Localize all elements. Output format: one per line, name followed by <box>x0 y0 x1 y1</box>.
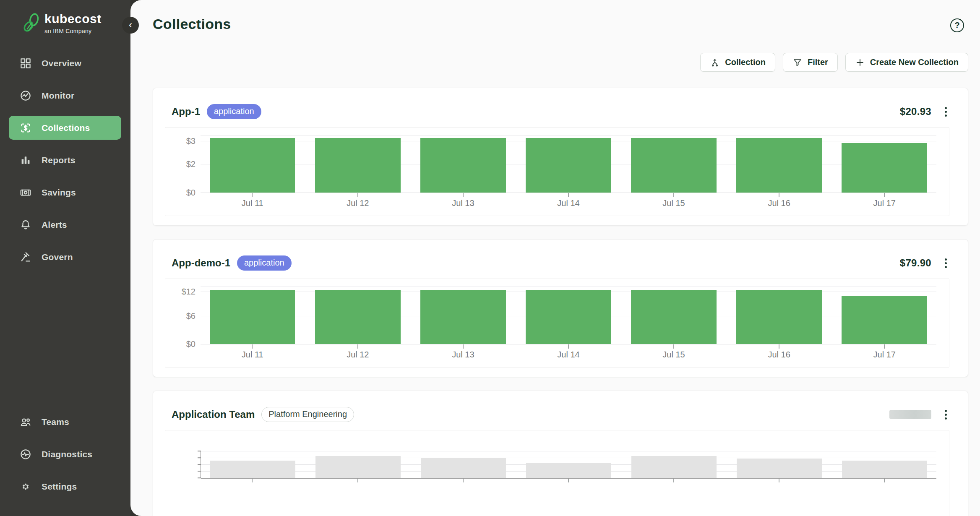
x-axis-tick <box>357 478 358 482</box>
y-axis-label: $0 <box>186 188 195 198</box>
bell-icon <box>19 218 32 232</box>
sidebar-item-overview[interactable]: Overview <box>9 51 121 75</box>
sidebar-item-alerts[interactable]: Alerts <box>9 213 121 237</box>
cost-bar <box>631 290 716 344</box>
sidebar: kubecost an IBM Company ‹ OverviewMonito… <box>0 0 130 516</box>
x-axis-label: Jul 11 <box>242 350 263 360</box>
cost-bar <box>315 290 400 344</box>
cost-bar <box>736 290 821 344</box>
skeleton-bar <box>315 456 401 478</box>
kubecost-logo-icon <box>22 13 41 34</box>
skeleton-bar <box>210 461 295 478</box>
y-axis-label: $2 <box>186 159 195 169</box>
sidebar-item-label: Reports <box>42 155 76 165</box>
sidebar-item-govern[interactable]: Govern <box>9 245 121 269</box>
button-label: Create New Collection <box>870 57 959 67</box>
plus-icon <box>855 57 865 68</box>
y-axis-tick <box>198 451 201 451</box>
x-axis-label: Jul 16 <box>768 350 790 360</box>
govern-icon <box>19 250 32 264</box>
page-header: Collections ? <box>153 16 968 32</box>
reports-icon <box>19 154 32 167</box>
logo: kubecost an IBM Company <box>0 12 130 34</box>
x-axis-tick <box>357 193 358 197</box>
gridline <box>201 344 936 344</box>
cost-bar <box>315 138 400 193</box>
collection-card-app-1: App-1application$20.93$3$2$0Jul 11Jul 12… <box>153 88 968 226</box>
x-axis-label: Jul 12 <box>347 350 369 360</box>
bars <box>201 451 936 478</box>
collection-card-application-team: Application TeamPlatform Engineering <box>153 391 968 516</box>
y-axis-label: $6 <box>186 311 195 321</box>
x-axis-tick <box>673 193 674 197</box>
cost-bar <box>526 290 611 344</box>
split-icon <box>710 57 720 68</box>
sidebar-item-monitor[interactable]: Monitor <box>9 83 121 107</box>
x-axis-tick <box>357 344 358 349</box>
collection-name[interactable]: App-1 <box>172 106 200 117</box>
filter-button[interactable]: Filter <box>783 53 838 72</box>
collection-total-cost: $79.90 <box>900 257 931 269</box>
cost-bar <box>420 290 506 344</box>
kebab-menu-icon[interactable] <box>942 257 949 270</box>
button-label: Filter <box>808 57 828 67</box>
bars <box>201 135 936 193</box>
sidebar-item-label: Alerts <box>42 220 67 230</box>
help-icon[interactable]: ? <box>950 18 964 32</box>
cost-bar <box>736 138 821 193</box>
sidebar-collapse-button[interactable]: ‹ <box>122 17 139 34</box>
x-axis-label: Jul 17 <box>873 198 896 208</box>
x-axis-label: Jul 11 <box>242 198 263 208</box>
x-axis-label: Jul 15 <box>662 198 685 208</box>
x-axis-tick <box>463 193 464 197</box>
sidebar-item-collections[interactable]: Collections <box>9 116 121 140</box>
y-axis-tick <box>198 464 201 465</box>
skeleton-bar <box>631 456 717 478</box>
loading-skeleton <box>889 410 931 419</box>
page-title: Collections <box>153 16 231 32</box>
sidebar-item-settings[interactable]: Settings <box>9 474 121 498</box>
x-axis-tick <box>252 478 253 482</box>
kebab-menu-icon[interactable] <box>942 105 949 118</box>
sidebar-item-teams[interactable]: Teams <box>9 410 121 434</box>
cost-bar <box>631 138 716 193</box>
x-axis-tick <box>673 344 674 349</box>
x-axis-tick <box>884 344 885 349</box>
monitor-icon <box>19 89 32 102</box>
cost-bar <box>420 138 506 193</box>
x-axis-tick <box>568 478 569 482</box>
filter-icon <box>792 57 803 68</box>
sidebar-item-label: Diagnostics <box>42 449 92 459</box>
collection-name[interactable]: Application Team <box>172 409 255 420</box>
x-axis-tick <box>673 478 674 482</box>
collection-button[interactable]: Collection <box>700 53 775 72</box>
sidebar-item-label: Govern <box>42 252 73 262</box>
sidebar-item-reports[interactable]: Reports <box>9 148 121 172</box>
collection-name[interactable]: App-demo-1 <box>172 257 230 269</box>
x-axis-label: Jul 12 <box>347 198 369 208</box>
collection-badge: application <box>237 255 292 271</box>
skeleton-bar <box>737 459 822 478</box>
button-label: Collection <box>725 57 766 67</box>
y-axis-label: $12 <box>182 287 195 296</box>
diagnostics-icon <box>19 448 32 461</box>
sidebar-item-label: Monitor <box>42 91 74 101</box>
cost-bar <box>526 138 611 193</box>
kebab-menu-icon[interactable] <box>942 408 949 421</box>
grid-icon <box>19 57 32 70</box>
x-axis-tick <box>779 344 779 349</box>
x-axis-label: Jul 14 <box>557 198 579 208</box>
collection-cards: App-1application$20.93$3$2$0Jul 11Jul 12… <box>153 88 968 516</box>
bar-chart: $3$2$0Jul 11Jul 12Jul 13Jul 14Jul 15Jul … <box>165 127 949 216</box>
y-axis-label: $3 <box>186 136 195 146</box>
x-axis-tick <box>568 344 569 349</box>
create-new-collection-button[interactable]: Create New Collection <box>845 53 968 72</box>
y-axis-tick <box>198 477 201 478</box>
bar-chart <box>165 430 949 516</box>
gridline <box>201 193 936 193</box>
brand-name: kubecost <box>44 12 102 26</box>
sidebar-item-diagnostics[interactable]: Diagnostics <box>9 442 121 466</box>
x-axis-tick <box>779 478 779 482</box>
sidebar-item-savings[interactable]: Savings <box>9 180 121 204</box>
gridline <box>201 478 936 479</box>
